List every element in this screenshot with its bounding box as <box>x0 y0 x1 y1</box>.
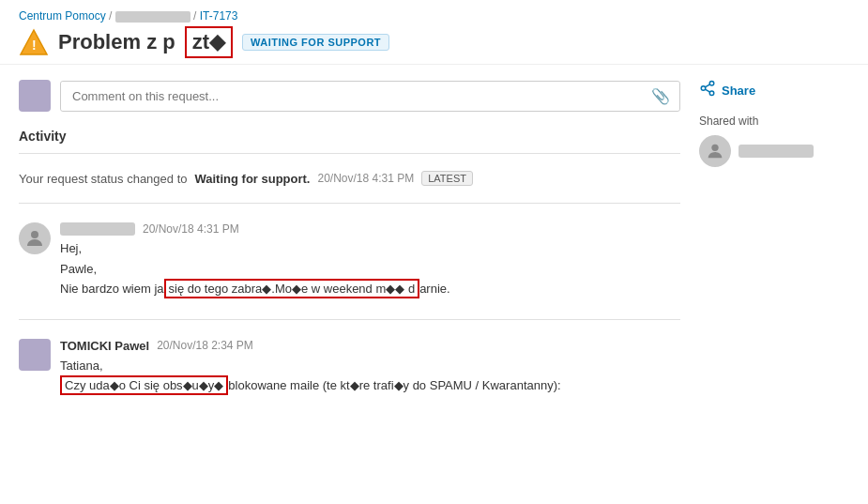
comment-line-2b: Czy uda◆o Ci się obs◆u◆y◆blokowane maile… <box>60 376 680 395</box>
comment-line-1c: Nie bardzo wiem jasię do tego zabra◆.Mo◆… <box>60 280 680 298</box>
svg-point-8 <box>711 145 718 151</box>
comment-area: 📎 <box>19 80 680 112</box>
comment-text-2: Tatiana, Czy uda◆o Ci się obs◆u◆y◆blokow… <box>60 357 680 395</box>
comment-body-1: 20/Nov/18 4:31 PM Hej, Pawle, Nie bardzo… <box>60 222 680 300</box>
svg-line-7 <box>705 84 709 87</box>
commenter-name-2: TOMICKI Pawel <box>60 339 149 353</box>
user-avatar-2 <box>19 339 51 371</box>
status-bold: Waiting for support. <box>194 172 310 186</box>
commenter-name-1 <box>60 222 135 236</box>
comment-input-wrapper: 📎 <box>60 81 680 112</box>
comment-meta-2: TOMICKI Pawel 20/Nov/18 2:34 PM <box>60 339 680 353</box>
user-avatar-1 <box>19 222 51 254</box>
divider-top <box>19 153 680 154</box>
top-bar: Centrum Pomocy / / IT-7173 ! Problem z p… <box>0 0 868 65</box>
page-title-prefix: Problem z p <box>58 30 175 54</box>
page-title-row: ! Problem z p zt◆ WAITING FOR SUPPORT <box>19 26 849 58</box>
share-label: Share <box>722 84 755 98</box>
breadcrumb-item-blurred <box>115 11 190 23</box>
left-column: 📎 Activity Your request status changed t… <box>19 80 680 406</box>
svg-point-5 <box>709 91 714 96</box>
divider-1 <box>19 203 680 204</box>
svg-point-4 <box>701 86 706 91</box>
breadcrumb-link-ticket[interactable]: IT-7173 <box>200 9 238 23</box>
breadcrumb: Centrum Pomocy / / IT-7173 <box>19 9 849 23</box>
comment-body-2: TOMICKI Pawel 20/Nov/18 2:34 PM Tatiana,… <box>60 339 680 397</box>
shared-with-label: Shared with <box>699 115 849 128</box>
comment-highlight-2: Czy uda◆o Ci się obs◆u◆y◆ <box>60 375 228 395</box>
svg-line-6 <box>705 89 709 92</box>
status-change-row: Your request status changed to Waiting f… <box>19 163 680 193</box>
current-user-avatar <box>19 80 51 112</box>
comment-block-2: TOMICKI Pawel 20/Nov/18 2:34 PM Tatiana,… <box>19 329 680 406</box>
shared-user-row <box>699 135 849 167</box>
page-title-highlighted: zt◆ <box>185 26 233 58</box>
comment-line-1b: Pawle, <box>60 260 680 279</box>
breadcrumb-link-centrum[interactable]: Centrum Pomocy <box>19 9 106 23</box>
comment-input[interactable] <box>61 82 679 111</box>
svg-point-2 <box>31 231 38 238</box>
right-column: Share Shared with <box>699 80 849 406</box>
comment-block-1: 20/Nov/18 4:31 PM Hej, Pawle, Nie bardzo… <box>19 213 680 310</box>
share-icon <box>699 80 716 101</box>
waiting-badge: WAITING FOR SUPPORT <box>242 34 389 51</box>
comment-line-1a: Hej, <box>60 239 680 258</box>
activity-label: Activity <box>19 129 680 144</box>
svg-point-3 <box>709 82 714 86</box>
status-timestamp: 20/Nov/18 4:31 PM <box>317 172 414 185</box>
share-button[interactable]: Share <box>699 80 849 101</box>
attach-icon[interactable]: 📎 <box>651 87 670 105</box>
comment-highlight-1: się do tego zabra◆.Mo◆e w weekend m◆◆ d <box>164 279 420 298</box>
comment-meta-1: 20/Nov/18 4:31 PM <box>60 222 680 236</box>
comment-line-2a: Tatiana, <box>60 357 680 375</box>
divider-2 <box>19 319 680 320</box>
comment-timestamp-1: 20/Nov/18 4:31 PM <box>143 222 239 236</box>
latest-badge: LATEST <box>421 171 473 186</box>
svg-text:!: ! <box>32 38 37 53</box>
warning-icon: ! <box>19 27 49 57</box>
shared-user-name <box>739 145 814 158</box>
status-change-text: Your request status changed to <box>19 172 187 186</box>
comment-timestamp-2: 20/Nov/18 2:34 PM <box>157 339 253 352</box>
main-content: 📎 Activity Your request status changed t… <box>0 65 868 421</box>
shared-user-avatar <box>699 135 731 167</box>
comment-text-1: Hej, Pawle, Nie bardzo wiem jasię do teg… <box>60 239 680 298</box>
